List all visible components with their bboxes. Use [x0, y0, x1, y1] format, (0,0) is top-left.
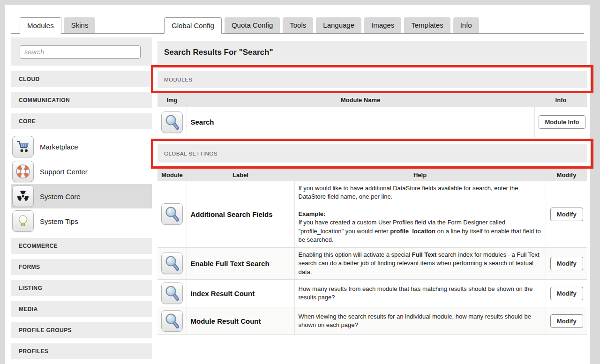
content-panel: ModulesSkins Global ConfigQuota ConfigTo…: [5, 5, 590, 364]
sidebar-item-label: Support Center: [40, 168, 88, 176]
module-name-cell: Search: [187, 107, 534, 138]
global-settings-table: ModuleLabelHelpModify Additional Search …: [158, 169, 587, 335]
radiation-icon: [12, 186, 34, 207]
column-header-info: Info: [534, 93, 587, 107]
sidebar-category-core[interactable]: CORE: [11, 113, 152, 129]
magnifier-icon[interactable]: [161, 282, 183, 304]
page-title: Search Results For "Search": [158, 41, 587, 64]
modules-section-header: MODULES: [158, 71, 587, 88]
setting-label-cell: Module Result Count: [187, 307, 294, 335]
lifebuoy-icon: [12, 161, 34, 182]
setting-label-cell: Index Result Count: [187, 280, 294, 307]
modules-table-body: SearchModule Info: [158, 107, 587, 138]
search-input[interactable]: [20, 45, 141, 59]
tab-templates[interactable]: Templates: [404, 17, 450, 33]
help-paragraph: Example:If you have created a custom Use…: [299, 210, 542, 245]
setting-modify-cell: Modify: [546, 181, 587, 247]
sidebar-item-system-tips[interactable]: System Tips: [11, 209, 152, 233]
global-settings-table-header: ModuleLabelHelpModify: [158, 169, 587, 181]
sidebar-category-media[interactable]: MEDIA: [11, 301, 152, 317]
help-paragraph: When viewing the search results for an i…: [299, 312, 542, 330]
setting-row-index-result-count: Index Result CountHow many results from …: [158, 280, 587, 307]
sidebar-item-support-center[interactable]: Support Center: [11, 159, 152, 184]
magnifier-icon[interactable]: [161, 111, 183, 133]
sidebar-item-system-core[interactable]: System Core: [11, 184, 152, 208]
setting-label-cell: Enable Full Text Search: [187, 247, 294, 279]
setting-icon-cell: [158, 247, 187, 279]
main-tabs: Global ConfigQuota ConfigToolsLanguageIm…: [164, 17, 479, 33]
tab-skins[interactable]: Skins: [64, 17, 96, 33]
magnifier-icon[interactable]: [161, 253, 183, 274]
help-paragraph: How many results from each module that h…: [299, 285, 542, 302]
sidebar-item-marketplace[interactable]: Marketplace: [11, 134, 152, 159]
tab-modules[interactable]: Modules: [20, 17, 61, 34]
tab-language[interactable]: Language: [316, 17, 361, 33]
sidebar-item-label: System Tips: [40, 217, 78, 225]
settings-table-header-row: ModuleLabelHelpModify: [158, 169, 587, 181]
column-header-modify: Modify: [546, 169, 587, 181]
sidebar-category-profiles[interactable]: PROFILES: [11, 343, 152, 359]
global-settings-table-body: Additional Search FieldsIf you would lik…: [158, 181, 587, 335]
setting-label-cell: Additional Search Fields: [187, 181, 294, 247]
sidebar-category-profile-groups[interactable]: PROFILE GROUPS: [11, 322, 152, 338]
sidebar-category-listing[interactable]: LISTING: [11, 280, 152, 296]
modify-button[interactable]: Modify: [550, 257, 583, 270]
module-info-cell: Module Info: [534, 107, 587, 138]
setting-help-cell: How many results from each module that h…: [294, 280, 546, 307]
sidebar-item-label: System Core: [40, 193, 81, 201]
modules-table-header: ImgModule NameInfo: [158, 93, 587, 107]
setting-icon-cell: [158, 181, 187, 247]
modules-table-header-row: ImgModule NameInfo: [158, 93, 587, 107]
modules-table: ImgModule NameInfo SearchModule Info: [158, 93, 587, 138]
setting-row-module-result-count: Module Result CountWhen viewing the sear…: [158, 307, 587, 335]
cart-icon: [12, 136, 34, 157]
tab-quota-config[interactable]: Quota Config: [225, 17, 280, 33]
magnifier-icon[interactable]: [161, 203, 183, 225]
help-paragraph: Enabling this option will activate a spe…: [299, 251, 542, 276]
setting-icon-cell: [158, 307, 187, 335]
setting-help-cell: If you would like to have additional Dat…: [294, 181, 546, 247]
sidebar-category-ecommerce[interactable]: ECOMMERCE: [11, 238, 152, 254]
global-settings-section-header: GLOBAL SETTINGS: [158, 144, 587, 163]
sidebar-category-forms[interactable]: FORMS: [11, 259, 152, 275]
column-header-img: Img: [158, 93, 187, 107]
modify-button[interactable]: Modify: [550, 208, 583, 221]
setting-help-cell: When viewing the search results for an i…: [294, 307, 546, 335]
setting-modify-cell: Modify: [546, 307, 587, 335]
sidebar-search-band: [11, 37, 152, 66]
modify-button[interactable]: Modify: [550, 314, 583, 328]
tab-global-config[interactable]: Global Config: [164, 17, 222, 34]
magnifier-icon[interactable]: [161, 310, 183, 332]
tab-tools[interactable]: Tools: [283, 17, 313, 33]
setting-row-enable-full-text-search: Enable Full Text SearchEnabling this opt…: [158, 247, 587, 279]
modify-button[interactable]: Modify: [550, 287, 583, 300]
module-info-button[interactable]: Module Info: [539, 115, 586, 129]
sidebar-tabs: ModulesSkins: [20, 17, 95, 33]
column-header-help: Help: [294, 169, 546, 181]
tab-info[interactable]: Info: [453, 17, 479, 33]
module-icon-cell: [158, 107, 187, 138]
setting-modify-cell: Modify: [546, 247, 587, 279]
setting-icon-cell: [158, 280, 187, 307]
help-paragraph: If you would like to have additional Dat…: [299, 184, 542, 201]
tab-images[interactable]: Images: [364, 17, 401, 33]
column-header-module: Module: [158, 169, 187, 181]
sidebar-category-communication[interactable]: COMMUNICATION: [11, 92, 152, 108]
bulb-icon: [12, 210, 34, 232]
setting-modify-cell: Modify: [546, 280, 587, 307]
column-header-label: Label: [187, 169, 294, 181]
setting-help-cell: Enabling this option will activate a spe…: [294, 247, 546, 279]
setting-row-additional-search-fields: Additional Search FieldsIf you would lik…: [158, 181, 587, 247]
tab-row-divider: [11, 33, 584, 34]
column-header-module-name: Module Name: [187, 93, 534, 107]
module-row: SearchModule Info: [158, 107, 587, 138]
sidebar-item-label: Marketplace: [40, 143, 78, 151]
sidebar-category-cloud[interactable]: CLOUD: [11, 71, 152, 87]
sidebar-module-list: CLOUDCOMMUNICATIONCOREMarketplaceSupport…: [11, 71, 152, 364]
